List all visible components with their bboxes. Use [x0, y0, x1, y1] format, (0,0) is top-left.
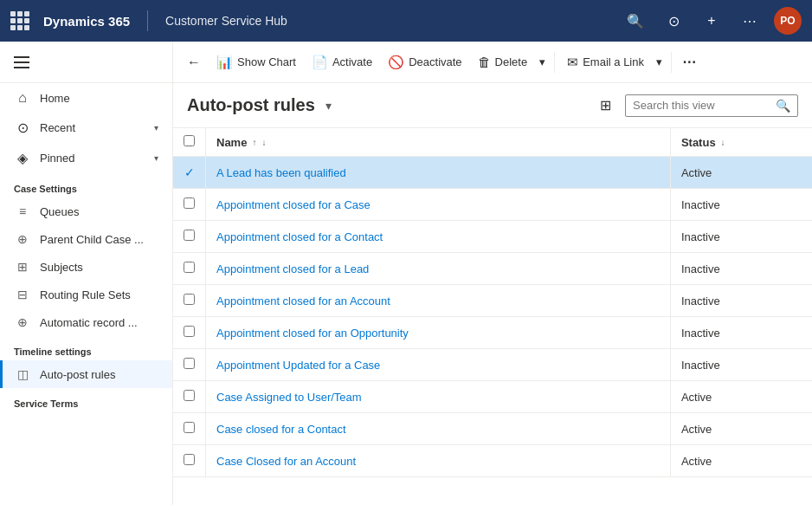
- subjects-label: Subjects: [40, 261, 83, 274]
- row-name-link[interactable]: Appointment closed for a Case: [216, 198, 371, 211]
- row-checkbox[interactable]: [184, 294, 195, 305]
- row-name-cell: A Lead has been qualified: [206, 157, 671, 189]
- table-row[interactable]: Appointment closed for an AccountInactiv…: [173, 285, 812, 317]
- view-title-dropdown-icon[interactable]: ▾: [325, 99, 332, 113]
- toolbar: ← 📊 Show Chart 📄 Activate 🚫 Deactivate 🗑…: [173, 42, 812, 83]
- row-name-link[interactable]: Case closed for a Contact: [216, 423, 346, 436]
- deactivate-button[interactable]: 🚫 Deactivate: [381, 49, 468, 75]
- table-row[interactable]: ✓A Lead has been qualifiedActive: [173, 157, 812, 189]
- filter-icon[interactable]: ⊞: [596, 94, 615, 117]
- sidebar-top-bar: [0, 42, 172, 83]
- timeline-settings-section-title: Timeline settings: [0, 336, 172, 360]
- row-checkbox[interactable]: [184, 390, 195, 401]
- column-header-checkbox: [173, 128, 206, 157]
- table-row[interactable]: Appointment Updated for a CaseInactive: [173, 349, 812, 381]
- search-icon[interactable]: 🔍: [776, 99, 790, 113]
- deactivate-icon: 🚫: [388, 55, 404, 70]
- add-nav-icon[interactable]: +: [698, 7, 725, 35]
- auto-post-rules-label: Auto-post rules: [40, 368, 115, 381]
- row-name-link[interactable]: A Lead has been qualified: [216, 166, 346, 179]
- sidebar-item-pinned[interactable]: ◈ Pinned ▾: [0, 143, 172, 173]
- sidebar-item-auto-post-rules[interactable]: ◫ Auto-post rules: [0, 360, 172, 388]
- back-button[interactable]: ←: [180, 49, 208, 75]
- row-name-cell: Appointment closed for an Opportunity: [206, 317, 671, 349]
- search-nav-icon[interactable]: 🔍: [622, 7, 649, 35]
- row-name-link[interactable]: Appointment closed for a Lead: [216, 262, 369, 275]
- sidebar-item-recent[interactable]: ⊙ Recent ▾: [0, 113, 172, 143]
- row-checkbox[interactable]: [184, 230, 195, 241]
- queues-label: Queues: [40, 205, 80, 218]
- toolbar-more-button[interactable]: ⋯: [677, 49, 701, 75]
- row-name-link[interactable]: Appointment closed for an Account: [216, 295, 390, 308]
- more-nav-icon[interactable]: ⋯: [736, 7, 764, 35]
- hamburger-menu[interactable]: [14, 56, 29, 68]
- row-status-cell: Inactive: [670, 285, 812, 317]
- row-checkbox[interactable]: [184, 262, 195, 273]
- home-icon: ⌂: [14, 90, 31, 106]
- status-sort-icon[interactable]: ↓: [721, 138, 725, 147]
- row-checkbox[interactable]: [184, 422, 195, 433]
- sidebar-item-subjects[interactable]: ⊞ Subjects: [0, 253, 172, 281]
- auto-post-rules-icon: ◫: [14, 367, 31, 381]
- activate-icon: 📄: [312, 55, 328, 70]
- row-checkbox-cell: [173, 445, 206, 477]
- delete-dropdown-button[interactable]: ▾: [536, 50, 549, 74]
- auto-post-rules-table: Name ↑ ↓ Status ↓: [173, 128, 812, 477]
- case-settings-section-title: Case Settings: [0, 173, 172, 197]
- row-checkbox-cell: [173, 381, 206, 413]
- email-link-dropdown-button[interactable]: ▾: [653, 50, 666, 74]
- view-title: Auto-post rules: [187, 95, 315, 115]
- row-name-cell: Case closed for a Contact: [206, 413, 671, 445]
- show-chart-button[interactable]: 📊 Show Chart: [209, 49, 303, 75]
- row-checkbox[interactable]: [184, 197, 195, 209]
- email-link-button[interactable]: ✉ Email a Link: [560, 49, 651, 75]
- row-name-link[interactable]: Case Closed for an Account: [216, 455, 356, 468]
- table-row[interactable]: Appointment closed for a ContactInactive: [173, 221, 812, 253]
- row-name-link[interactable]: Appointment Updated for a Case: [216, 359, 380, 372]
- row-name-cell: Appointment closed for a Lead: [206, 253, 671, 285]
- row-checkbox[interactable]: [184, 454, 195, 465]
- row-name-link[interactable]: Case Assigned to User/Team: [216, 391, 362, 404]
- automatic-record-icon: ⊕: [14, 315, 31, 329]
- select-all-checkbox[interactable]: [184, 135, 195, 146]
- row-checkbox[interactable]: [184, 326, 195, 337]
- activate-button[interactable]: 📄 Activate: [305, 49, 379, 75]
- row-name-link[interactable]: Appointment closed for a Contact: [216, 230, 383, 243]
- sidebar-item-home[interactable]: ⌂ Home: [0, 83, 172, 113]
- table-row[interactable]: Appointment closed for an OpportunityIna…: [173, 317, 812, 349]
- sidebar-item-automatic-record[interactable]: ⊕ Automatic record ...: [0, 308, 172, 336]
- search-input[interactable]: [633, 99, 770, 112]
- recent-icon: ⊙: [14, 120, 31, 136]
- content-area: ← 📊 Show Chart 📄 Activate 🚫 Deactivate 🗑…: [173, 42, 812, 505]
- table-row[interactable]: Appointment closed for a CaseInactive: [173, 189, 812, 221]
- app-grid-icon[interactable]: [10, 11, 29, 30]
- name-sort-asc-icon[interactable]: ↑: [252, 138, 256, 147]
- row-name-link[interactable]: Appointment closed for an Opportunity: [216, 327, 409, 340]
- sidebar-item-queues[interactable]: ≡ Queues: [0, 197, 172, 225]
- row-checkbox-cell: [173, 189, 206, 221]
- app-title: Dynamics 365: [43, 14, 130, 29]
- delete-button[interactable]: 🗑 Delete: [471, 49, 535, 74]
- main-layout: ⌂ Home ⊙ Recent ▾ ◈ Pinned ▾ Case Settin…: [0, 42, 812, 505]
- sidebar-item-pinned-label: Pinned: [40, 152, 145, 165]
- sidebar-item-parent-child-case[interactable]: ⊕ Parent Child Case ...: [0, 225, 172, 253]
- table-row[interactable]: Case Assigned to User/TeamActive: [173, 381, 812, 413]
- table-row[interactable]: Case closed for a ContactActive: [173, 413, 812, 445]
- pinned-chevron-icon: ▾: [154, 153, 158, 163]
- routing-label: Routing Rule Sets: [40, 288, 131, 301]
- search-box: 🔍: [625, 94, 798, 117]
- row-checkbox-cell: [173, 285, 206, 317]
- name-sort-desc-icon[interactable]: ↓: [261, 138, 266, 147]
- user-avatar[interactable]: PO: [774, 7, 802, 35]
- parent-child-icon: ⊕: [14, 232, 31, 246]
- table-row[interactable]: Appointment closed for a LeadInactive: [173, 253, 812, 285]
- table-row[interactable]: Case Closed for an AccountActive: [173, 445, 812, 477]
- row-checkbox[interactable]: [184, 358, 195, 369]
- row-status-cell: Active: [670, 381, 812, 413]
- row-checkbox-cell: [173, 221, 206, 253]
- settings-nav-icon[interactable]: ⊙: [660, 7, 687, 35]
- table-body: ✓A Lead has been qualifiedActiveAppointm…: [173, 157, 812, 477]
- table-container: Name ↑ ↓ Status ↓: [173, 128, 812, 505]
- row-checkmark: ✓: [184, 165, 195, 179]
- sidebar-item-routing-rule-sets[interactable]: ⊟ Routing Rule Sets: [0, 281, 172, 308]
